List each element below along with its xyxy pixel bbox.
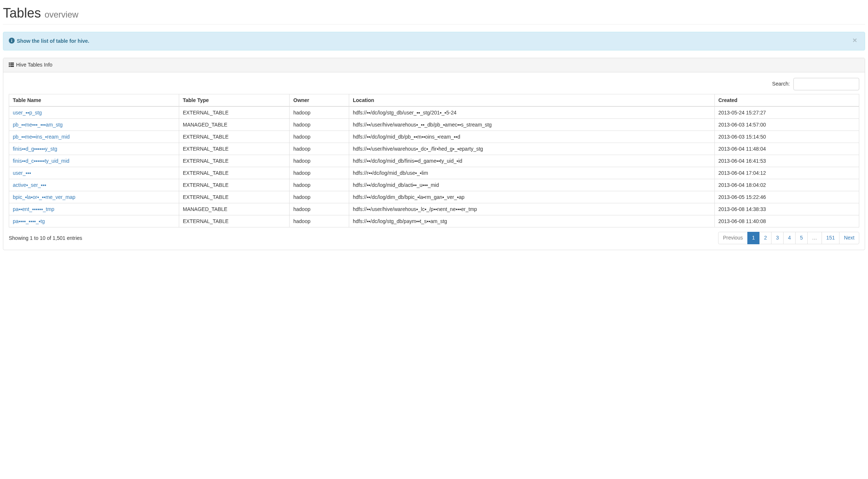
pagination: Previous12345…151Next: [718, 232, 859, 244]
hive-tables-table: Table Name Table Type Owner Location Cre…: [9, 94, 859, 227]
page-3[interactable]: 3: [771, 232, 784, 244]
cell-table-name: pa▪▪▪▪_▪▪▪▪_▪tg: [9, 215, 179, 227]
cell-created: 2013-06-04 17:04:12: [714, 167, 859, 179]
table-row: pa▪▪ent_▪▪▪▪▪▪_tmpMANAGED_TABLEhadoophdf…: [9, 203, 859, 215]
cell-created: 2013-05-24 15:27:27: [714, 106, 859, 119]
svg-rect-8: [10, 66, 14, 67]
cell-location: hdfs://▪▪/user/hive/warehous▪_lc▪_/p▪▪ne…: [349, 203, 715, 215]
table-row: pa▪▪▪▪_▪▪▪▪_▪tgEXTERNAL_TABLEhadoophdfs:…: [9, 215, 859, 227]
info-alert: Show the list of table for hive. ×: [3, 32, 865, 50]
table-name-link[interactable]: pb_▪▪me▪▪▪_▪▪▪am_stg: [13, 122, 63, 128]
cell-owner: hadoop: [290, 143, 349, 155]
cell-owner: hadoop: [290, 179, 349, 191]
page-2[interactable]: 2: [759, 232, 772, 244]
col-header-name[interactable]: Table Name: [9, 94, 179, 106]
svg-rect-3: [9, 63, 10, 64]
table-row: finis▪▪d_c▪▪▪▪▪▪ty_uid_midEXTERNAL_TABLE…: [9, 155, 859, 167]
page-5[interactable]: 5: [795, 232, 808, 244]
table-name-link[interactable]: pb_▪▪me▪▪ins_▪ream_mid: [13, 134, 70, 140]
cell-table-name: pa▪▪ent_▪▪▪▪▪▪_tmp: [9, 203, 179, 215]
cell-created: 2013-06-04 18:04:02: [714, 179, 859, 191]
cell-table-name: bpic_▪la▪or▪_▪▪me_ver_map: [9, 191, 179, 203]
cell-created: 2013-06-08 14:38:33: [714, 203, 859, 215]
col-header-type[interactable]: Table Type: [179, 94, 290, 106]
cell-created: 2013-06-08 11:40:08: [714, 215, 859, 227]
list-icon: [9, 62, 14, 68]
page-header: Tables overview: [3, 5, 865, 24]
table-header-row: Table Name Table Type Owner Location Cre…: [9, 94, 859, 106]
svg-rect-4: [10, 63, 14, 64]
table-row: user_▪▪▪EXTERNAL_TABLEhadoophdfs://r▪▪/d…: [9, 167, 859, 179]
search-input[interactable]: [793, 78, 859, 90]
cell-location: hdfs://▪▪/dc/log/stg_db/user_▪▪_stg/201▪…: [349, 106, 715, 119]
cell-location: hdfs://▪▪/user/hive/warehous▪_▪▪_db/pb_▪…: [349, 118, 715, 131]
col-header-created[interactable]: Created: [714, 94, 859, 106]
table-name-link[interactable]: user_▪▪▪: [13, 170, 31, 176]
cell-location: hdfs://▪▪/dc/log/mid_db/finis▪▪d_game▪▪t…: [349, 155, 715, 167]
cell-location: hdfs://▪▪/dc/log/dim_db/bpic_▪la▪rm_gan▪…: [349, 191, 715, 203]
cell-created: 2013-06-04 16:41:53: [714, 155, 859, 167]
cell-table-type: EXTERNAL_TABLE: [179, 215, 290, 227]
pagination-previous: Previous: [718, 232, 747, 244]
svg-rect-7: [9, 66, 10, 67]
cell-location: hdfs://r▪▪/dc/log/mid_db/use▪_▪lim: [349, 167, 715, 179]
cell-location: hdfs://▪▪/dc/log/mid_db/acti▪▪_u▪▪▪_mid: [349, 179, 715, 191]
page-1[interactable]: 1: [747, 232, 760, 244]
panel-body: Search: Table Name Table Type Owner Loca…: [3, 72, 865, 250]
pagination-next[interactable]: Next: [839, 232, 859, 244]
search-wrapper: Search:: [9, 78, 859, 90]
cell-owner: hadoop: [290, 167, 349, 179]
cell-owner: hadoop: [290, 118, 349, 131]
cell-table-name: finis▪▪d_c▪▪▪▪▪▪ty_uid_mid: [9, 155, 179, 167]
svg-rect-5: [9, 64, 10, 65]
cell-table-type: EXTERNAL_TABLE: [179, 191, 290, 203]
svg-rect-2: [11, 39, 12, 40]
table-footer: Showing 1 to 10 of 1,501 entries Previou…: [9, 232, 859, 244]
svg-rect-6: [10, 64, 14, 65]
table-name-link[interactable]: bpic_▪la▪or▪_▪▪me_ver_map: [13, 194, 75, 200]
table-name-link[interactable]: user_▪▪p_stg: [13, 110, 42, 116]
info-icon: [9, 38, 15, 45]
cell-owner: hadoop: [290, 155, 349, 167]
search-label: Search:: [772, 81, 790, 87]
table-name-link[interactable]: pa▪▪ent_▪▪▪▪▪▪_tmp: [13, 206, 54, 212]
cell-owner: hadoop: [290, 131, 349, 143]
table-row: finis▪▪d_g▪▪▪▪▪▪y_stgEXTERNAL_TABLEhadoo…: [9, 143, 859, 155]
table-name-link[interactable]: active▪_ser_▪▪▪: [13, 182, 46, 188]
cell-table-type: EXTERNAL_TABLE: [179, 143, 290, 155]
cell-owner: hadoop: [290, 106, 349, 119]
cell-table-type: EXTERNAL_TABLE: [179, 106, 290, 119]
table-name-link[interactable]: pa▪▪▪▪_▪▪▪▪_▪tg: [13, 218, 45, 224]
alert-close-button[interactable]: ×: [850, 36, 859, 44]
cell-table-type: EXTERNAL_TABLE: [179, 131, 290, 143]
col-header-owner[interactable]: Owner: [290, 94, 349, 106]
table-name-link[interactable]: finis▪▪d_g▪▪▪▪▪▪y_stg: [13, 146, 57, 152]
page-title-text: Tables: [3, 5, 41, 20]
table-row: bpic_▪la▪or▪_▪▪me_ver_mapEXTERNAL_TABLEh…: [9, 191, 859, 203]
cell-table-type: EXTERNAL_TABLE: [179, 179, 290, 191]
cell-location: hdfs://▪▪/dc/log/mid_db/pb_▪▪m▪▪oins_▪re…: [349, 131, 715, 143]
cell-table-name: pb_▪▪me▪▪ins_▪ream_mid: [9, 131, 179, 143]
panel-heading: Hive Tables Info: [3, 58, 865, 72]
cell-table-type: MANAGED_TABLE: [179, 118, 290, 131]
col-header-location[interactable]: Location: [349, 94, 715, 106]
page-subtitle: overview: [45, 10, 78, 19]
cell-created: 2013-06-03 15:14:50: [714, 131, 859, 143]
cell-table-name: user_▪▪p_stg: [9, 106, 179, 119]
table-name-link[interactable]: finis▪▪d_c▪▪▪▪▪▪ty_uid_mid: [13, 158, 69, 164]
table-row: active▪_ser_▪▪▪EXTERNAL_TABLEhadoophdfs:…: [9, 179, 859, 191]
table-row: pb_▪▪me▪▪▪_▪▪▪am_stgMANAGED_TABLEhadooph…: [9, 118, 859, 131]
page-4[interactable]: 4: [783, 232, 796, 244]
page-title: Tables overview: [3, 5, 865, 21]
page-151[interactable]: 151: [822, 232, 839, 244]
svg-rect-1: [11, 40, 12, 42]
pagination-ellipsis: …: [807, 232, 822, 244]
cell-table-name: active▪_ser_▪▪▪: [9, 179, 179, 191]
cell-table-type: MANAGED_TABLE: [179, 203, 290, 215]
entries-info: Showing 1 to 10 of 1,501 entries: [9, 235, 82, 241]
cell-location: hdfs://▪▪/dc/log/stg_db/paym▪▪t_s▪▪am_st…: [349, 215, 715, 227]
cell-owner: hadoop: [290, 215, 349, 227]
tables-panel: Hive Tables Info Search: Table Name Tabl…: [3, 58, 865, 250]
cell-table-type: EXTERNAL_TABLE: [179, 155, 290, 167]
cell-table-name: pb_▪▪me▪▪▪_▪▪▪am_stg: [9, 118, 179, 131]
